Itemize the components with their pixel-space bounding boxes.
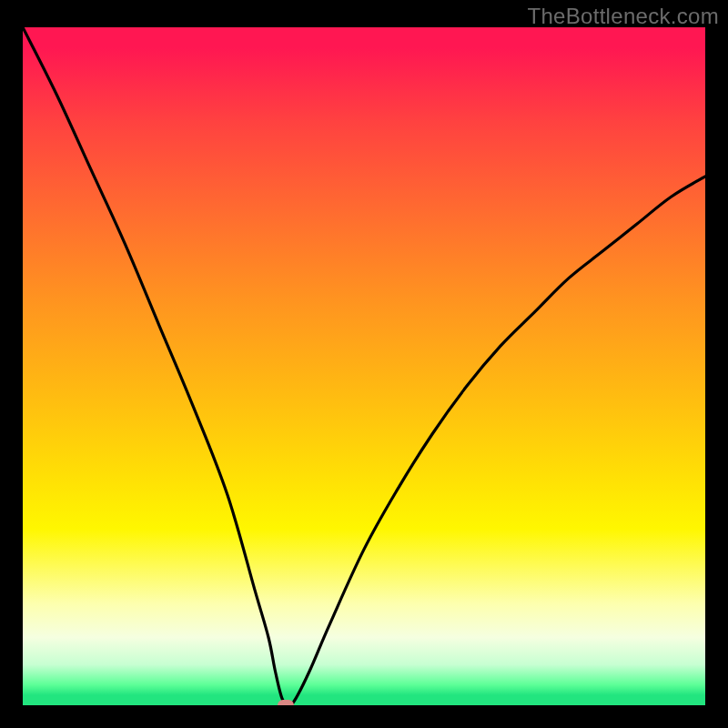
chart-frame: TheBottleneck.com — [0, 0, 728, 728]
optimal-point-marker — [278, 700, 294, 705]
plot-area — [23, 27, 705, 705]
watermark-text: TheBottleneck.com — [527, 4, 719, 29]
bottleneck-curve — [23, 27, 705, 705]
